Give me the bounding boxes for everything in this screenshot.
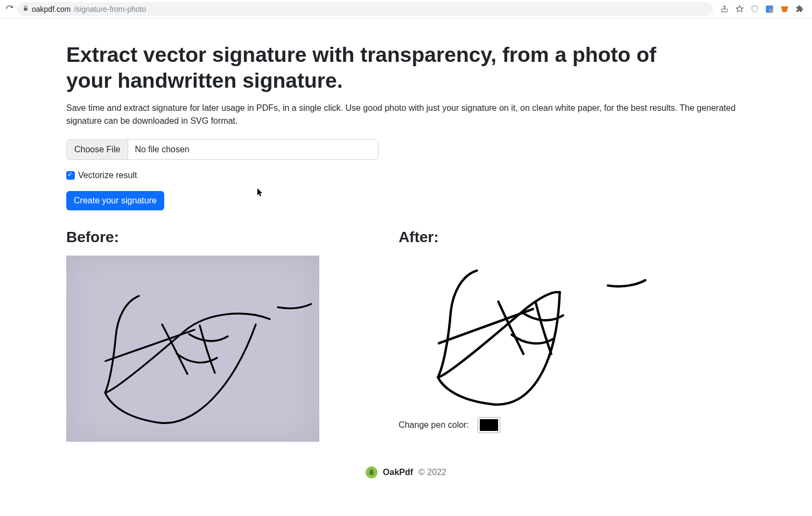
url-path: /signature-from-photo: [74, 5, 146, 13]
choose-file-button[interactable]: Choose File: [67, 140, 128, 159]
url-domain: oakpdf.com: [32, 5, 71, 13]
footer: OakPdf © 2022: [66, 466, 746, 478]
browser-chrome-bar: oakpdf.com/signature-from-photo: [0, 0, 812, 18]
after-panel: After:: [398, 229, 718, 442]
pen-color-input[interactable]: [478, 417, 500, 433]
extension-metamask-icon[interactable]: [780, 4, 789, 14]
bookmark-star-icon[interactable]: [734, 4, 744, 14]
lock-icon: [23, 5, 29, 13]
after-image: [398, 256, 652, 409]
shield-icon[interactable]: [750, 4, 759, 14]
share-icon[interactable]: [719, 4, 729, 14]
vectorize-label[interactable]: Vectorize result: [78, 171, 137, 180]
svg-rect-3: [769, 9, 773, 12]
intro-text: Save time and extract signature for late…: [66, 102, 745, 128]
before-image: [66, 256, 319, 442]
vectorize-checkbox[interactable]: [66, 171, 75, 180]
pen-color-label: Change pen color:: [398, 420, 469, 430]
main-content: Extract vector signature with transparen…: [59, 18, 753, 500]
omnibox[interactable]: oakpdf.com/signature-from-photo: [17, 2, 713, 16]
oakpdf-logo-icon: [366, 466, 377, 478]
file-input[interactable]: Choose File No file chosen: [66, 139, 379, 160]
before-heading: Before:: [66, 229, 386, 246]
create-signature-button[interactable]: Create your signature: [66, 191, 164, 210]
svg-marker-1: [736, 5, 743, 12]
extensions-puzzle-icon[interactable]: [795, 4, 804, 14]
pen-color-swatch-inner: [480, 419, 498, 431]
file-status-label: No file chosen: [128, 140, 378, 159]
browser-right-icons: [716, 4, 808, 14]
footer-brand[interactable]: OakPdf: [383, 468, 413, 477]
reload-icon[interactable]: [4, 4, 14, 14]
footer-copyright: © 2022: [418, 468, 446, 477]
after-heading: After:: [398, 229, 718, 246]
before-panel: Before:: [66, 229, 386, 442]
svg-marker-4: [781, 6, 788, 12]
extension-translate-icon[interactable]: [765, 4, 774, 14]
page-title: Extract vector signature with transparen…: [66, 42, 659, 93]
